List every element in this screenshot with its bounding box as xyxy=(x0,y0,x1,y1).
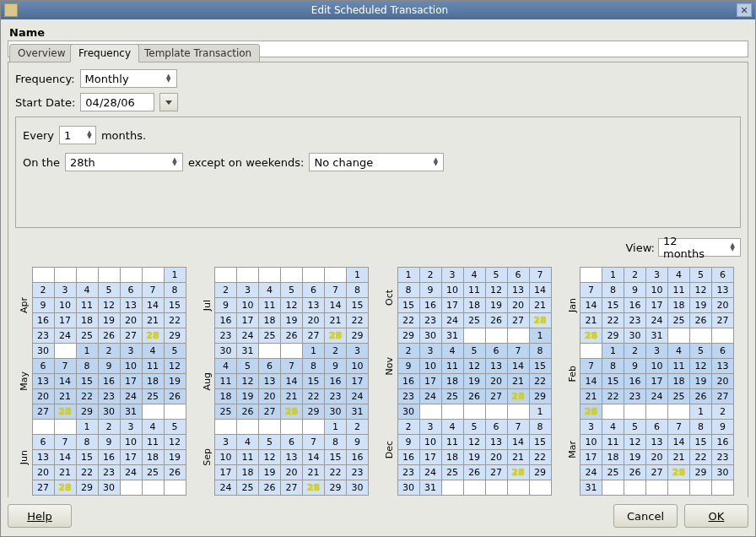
calendar-day-cell: 14 xyxy=(507,359,529,374)
month-label: May xyxy=(19,368,30,394)
calendar-day-cell: 4 xyxy=(259,283,281,298)
calendar-day-cell: 6 xyxy=(281,435,303,450)
calendar-day-cell: 21 xyxy=(580,389,602,404)
calendar-day-cell: 21 xyxy=(325,313,347,328)
calendar-day-cell: 16 xyxy=(419,298,441,313)
titlebar[interactable]: Edit Scheduled Transaction ✕ xyxy=(1,1,755,19)
calendar-day-cell: 12 xyxy=(164,435,186,450)
calendar-day-cell: 26 xyxy=(463,389,485,404)
every-post-label: months. xyxy=(101,129,146,142)
calendar-day-cell: 18 xyxy=(602,450,624,465)
calendar-day-cell xyxy=(441,480,463,496)
calendar-day-cell xyxy=(624,480,646,496)
calendar-column: Jan1234567891011121314151617181920212223… xyxy=(567,267,735,496)
every-months-spinner[interactable]: 1 ▲▼ xyxy=(59,126,96,144)
tab-template-transaction[interactable]: Template Transaction xyxy=(136,44,260,62)
calendar-day-cell: 16 xyxy=(98,450,120,465)
updown-icon: ▲▼ xyxy=(85,131,94,139)
calendar-day-cell: 16 xyxy=(98,374,120,389)
calendar-day-cell xyxy=(76,268,98,283)
calendar-day-cell: 24 xyxy=(237,328,259,344)
view-label: View: xyxy=(625,241,655,254)
recurrence-box: Every 1 ▲▼ months. On the 28th ▲▼ except… xyxy=(15,117,741,228)
calendar-day-cell: 18 xyxy=(668,298,690,313)
calendar-day-cell: 16 xyxy=(397,450,419,465)
calendar-day-cell: 13 xyxy=(712,359,734,374)
calendar-day-cell: 6 xyxy=(712,344,734,359)
calendar-day-cell: 19 xyxy=(463,374,485,389)
calendar-day-cell: 25 xyxy=(463,313,485,328)
calendar-day-cell xyxy=(142,268,164,283)
calendar-day-cell: 5 xyxy=(485,268,507,283)
onthe-day-combo[interactable]: 28th ▲▼ xyxy=(65,153,183,171)
calendar-day-cell: 3 xyxy=(120,420,142,435)
start-date-input[interactable]: 04/28/06 xyxy=(80,93,154,111)
calendar-day-cell xyxy=(54,420,76,435)
calendar-day-cell: 16 xyxy=(215,313,237,328)
window-close-button[interactable]: ✕ xyxy=(737,3,752,17)
calendar-day-cell: 4 xyxy=(76,283,98,298)
calendar-day-cell: 10 xyxy=(215,450,237,465)
calendar-day-cell: 5 xyxy=(690,268,712,283)
calendar-grid: Oct1234567891011121314151617181920212223… xyxy=(384,267,552,496)
calendar-day-cell xyxy=(142,404,164,420)
calendar-day-cell: 17 xyxy=(120,374,142,389)
calendar-grid: Jul1234567891011121314151617181920212223… xyxy=(202,267,370,496)
calendar-day-cell: 13 xyxy=(281,450,303,465)
calendar-day-cell: 20 xyxy=(120,313,142,328)
calendar-day-cell: 15 xyxy=(529,435,551,450)
start-date-picker-button[interactable] xyxy=(159,93,178,111)
tab-frequency[interactable]: Frequency xyxy=(70,44,139,62)
calendar-day-cell: 17 xyxy=(646,298,668,313)
help-button[interactable]: Help xyxy=(8,504,72,528)
calendar-day-cell: 5 xyxy=(164,420,186,435)
calendar-day-cell: 9 xyxy=(325,359,347,374)
calendar-day-cell: 29 xyxy=(690,465,712,480)
calendar-day-cell: 11 xyxy=(668,283,690,298)
calendar-day-cell xyxy=(215,420,237,435)
calendar-day-cell: 31 xyxy=(237,344,259,359)
cancel-button[interactable]: Cancel xyxy=(613,504,678,528)
calendar-day-cell: 10 xyxy=(441,283,463,298)
tab-overview[interactable]: Overview xyxy=(9,44,74,62)
calendar-day-cell xyxy=(259,268,281,283)
calendar-day-cell: 22 xyxy=(347,313,369,328)
weekend-rule-combo[interactable]: No change ▲▼ xyxy=(309,153,444,171)
calendar-day-cell: 18 xyxy=(463,298,485,313)
calendar-day-cell: 1 xyxy=(397,268,419,283)
calendar-day-cell: 10 xyxy=(120,359,142,374)
calendar-day-cell: 10 xyxy=(347,359,369,374)
frequency-combo-value: Monthly xyxy=(85,73,129,85)
calendar-day-cell: 29 xyxy=(347,328,369,344)
view-range-combo[interactable]: 12 months ▲▼ xyxy=(658,238,741,257)
ok-button[interactable]: OK xyxy=(684,504,748,528)
calendar-day-cell: 6 xyxy=(712,268,734,283)
calendar-day-cell: 23 xyxy=(419,313,441,328)
calendar-day-cell: 6 xyxy=(507,268,529,283)
calendar-day-cell xyxy=(441,404,463,420)
frequency-combo[interactable]: Monthly ▲▼ xyxy=(80,69,177,88)
frequency-label: Frequency: xyxy=(15,73,75,85)
window: Edit Scheduled Transaction ✕ Name Overvi… xyxy=(0,0,756,537)
calendar-day-cell: 17 xyxy=(580,450,602,465)
calendar-day-cell: 1 xyxy=(529,404,551,420)
calendar-day-cell: 22 xyxy=(325,465,347,480)
calendar-day-cell xyxy=(602,480,624,496)
calendar-day-cell xyxy=(507,480,529,496)
calendar-day-cell: 29 xyxy=(76,404,98,420)
calendar-day-cell: 1 xyxy=(303,344,325,359)
calendar-day-cell: 17 xyxy=(419,374,441,389)
calendar-day-cell: 5 xyxy=(463,344,485,359)
calendar-day-cell: 7 xyxy=(142,283,164,298)
calendar-day-cell: 16 xyxy=(32,313,54,328)
calendar-day-cell: 27 xyxy=(712,389,734,404)
calendar-column: Apr1234567891011121314151617181920212223… xyxy=(19,267,186,496)
calendar-day-cell xyxy=(237,268,259,283)
calendar-day-cell: 30 xyxy=(712,465,734,480)
calendar-column: Jul1234567891011121314151617181920212223… xyxy=(202,267,370,496)
calendar-day-cell: 20 xyxy=(485,450,507,465)
dialog-button-bar: Help Cancel OK xyxy=(1,497,755,536)
calendar-day-cell: 30 xyxy=(98,480,120,496)
calendar-day-cell: 15 xyxy=(303,374,325,389)
calendar-day-cell: 17 xyxy=(347,374,369,389)
